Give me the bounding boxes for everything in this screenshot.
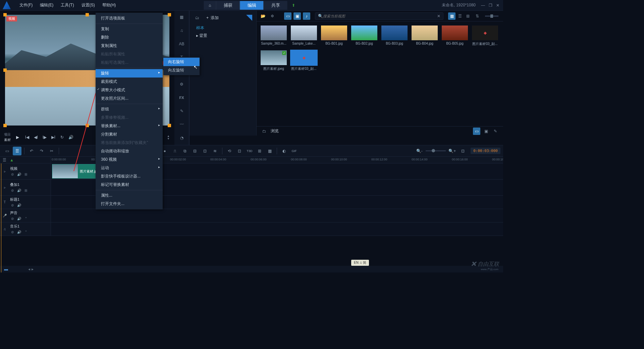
filter-video-icon[interactable]: ▭: [284, 12, 291, 20]
cm-resize-mode[interactable]: 调整大小模式: [96, 86, 163, 94]
thumb-item[interactable]: ◆图片素材03_副...: [291, 50, 317, 71]
go-end-button[interactable]: ▶I: [50, 134, 56, 140]
stopwatch-tool-icon[interactable]: ◔: [177, 134, 186, 142]
thumb-item[interactable]: Sample_360.m...: [261, 26, 287, 46]
tree-sample[interactable]: 样本: [194, 24, 252, 32]
menu-settings[interactable]: 设置(S): [78, 1, 98, 9]
pan-zoom-icon[interactable]: ▦: [265, 147, 274, 155]
resize-handle[interactable]: [3, 68, 7, 72]
track-mute-icon[interactable]: 🔊: [17, 203, 21, 207]
settings-icon[interactable]: ✲: [269, 12, 276, 20]
cm-template[interactable]: 影音快手模板设计器...: [96, 172, 163, 181]
marker-icon[interactable]: ▲: [10, 158, 14, 162]
thumb-item[interactable]: BG-B04.jpg: [412, 26, 438, 46]
search-input[interactable]: [323, 14, 437, 18]
multicam-icon[interactable]: ⊞: [255, 147, 264, 155]
t3d-icon[interactable]: T3D: [245, 147, 254, 155]
resize-handle[interactable]: [168, 124, 171, 127]
minimize-button[interactable]: —: [480, 3, 486, 8]
cm-delete[interactable]: 删除: [96, 33, 163, 42]
cm-replace[interactable]: 替换素材...: [96, 122, 163, 130]
filter-audio-icon[interactable]: ♪: [303, 12, 310, 20]
menu-tools[interactable]: 工具(T): [57, 1, 77, 9]
add-track-icon[interactable]: ☰: [3, 158, 6, 162]
fx-tool-icon[interactable]: FX: [177, 94, 186, 101]
cm-split[interactable]: 分割素材: [96, 130, 163, 139]
track-expand-icon[interactable]: ˅: [23, 216, 28, 221]
filter-tool-icon[interactable]: ⚙: [177, 81, 186, 88]
zoom-in-icon[interactable]: 🔍+: [448, 147, 457, 155]
menu-edit[interactable]: 编辑(E): [37, 1, 57, 9]
timecode-down[interactable]: ▼: [166, 137, 170, 140]
track-mute-icon[interactable]: 🔊: [17, 230, 21, 234]
playhead[interactable]: [1, 163, 1, 272]
track-content[interactable]: [51, 209, 503, 222]
music-tool-icon[interactable]: ♫: [177, 27, 186, 34]
thumb-item[interactable]: Sample_Lake...: [291, 26, 317, 46]
mixer-icon[interactable]: ⎍: [170, 147, 179, 155]
mask-icon[interactable]: ◐: [280, 147, 288, 155]
track-lock-icon[interactable]: ⊘: [10, 216, 15, 221]
chain-icon[interactable]: ⧉: [180, 147, 189, 155]
view-large-icon[interactable]: ▦: [448, 12, 455, 20]
play-button[interactable]: ▶: [13, 133, 21, 141]
project-mode-label[interactable]: 项目: [4, 132, 11, 137]
next-frame-button[interactable]: I▶: [42, 134, 48, 140]
cm-open-folder[interactable]: 打开文件夹...: [96, 200, 163, 208]
thumb-size-slider[interactable]: [485, 15, 498, 17]
track-lock-icon[interactable]: ⊘: [10, 172, 15, 177]
scroll-right-icon[interactable]: ▸: [32, 267, 34, 271]
resize-handle[interactable]: [3, 13, 7, 16]
browse-label[interactable]: 浏览: [271, 128, 279, 134]
thumb-item[interactable]: BG-B03.jpg: [381, 26, 408, 46]
track-mute-icon[interactable]: 🔊: [17, 172, 21, 177]
cm-properties[interactable]: 属性...: [96, 191, 163, 200]
media-tool-icon[interactable]: ▦: [177, 13, 186, 21]
cm-copy-attrs[interactable]: 复制属性: [96, 42, 163, 50]
thumb-item[interactable]: BG-B05.jpg: [442, 26, 468, 46]
volume-button[interactable]: 🔊: [68, 134, 74, 140]
menu-help[interactable]: 帮助(H): [99, 1, 119, 9]
undo-icon[interactable]: ↶: [27, 147, 36, 155]
thumb-item[interactable]: ◆图片素材03_副...: [472, 26, 498, 46]
transition-tool-icon[interactable]: AB: [177, 40, 186, 48]
thumb-item[interactable]: BG-B02.jpg: [351, 26, 377, 46]
tree-background[interactable]: ▸ 背景: [194, 32, 252, 40]
close-button[interactable]: ✕: [495, 3, 500, 8]
cm-rotate[interactable]: 旋转: [96, 69, 163, 78]
path-tool-icon[interactable]: 〰: [177, 121, 186, 128]
track-content[interactable]: [51, 222, 503, 236]
cm-photo-interval[interactable]: 更改照片区间...: [96, 94, 163, 103]
ripple-icon[interactable]: ≋: [211, 147, 219, 155]
upload-icon[interactable]: ⬆: [287, 1, 300, 10]
prev-frame-button[interactable]: ◀I: [33, 134, 39, 140]
storyboard-view-icon[interactable]: ▭: [3, 147, 11, 155]
track-expand-icon[interactable]: ˅: [23, 230, 28, 234]
go-start-button[interactable]: I◀: [24, 134, 30, 140]
cm-crop-mode[interactable]: 裁剪模式: [96, 78, 163, 86]
cm-copy[interactable]: 复制: [96, 25, 163, 33]
resize-handle[interactable]: [86, 13, 89, 16]
cm-motion[interactable]: 运动: [96, 164, 163, 172]
track-mute-icon[interactable]: 🔊: [17, 216, 21, 221]
view-grid-icon[interactable]: ⊞: [464, 12, 472, 20]
cm-mark-replaceable[interactable]: 标记可替换素材: [96, 181, 163, 189]
track-fx-icon[interactable]: ⊞: [23, 172, 28, 177]
view-list-icon[interactable]: ☰: [456, 12, 464, 20]
track-lock-icon[interactable]: ⊘: [10, 230, 15, 234]
thumb-item[interactable]: BG-B01.jpg: [321, 26, 347, 46]
loop-button[interactable]: ↻: [59, 134, 65, 140]
tab-edit[interactable]: 编辑: [240, 1, 264, 10]
cm-360[interactable]: 360 视频: [96, 155, 163, 164]
chapter-icon[interactable]: ⊟: [191, 147, 199, 155]
cm-open-options[interactable]: 打开选项面板: [96, 14, 163, 22]
timeline-view-icon[interactable]: ☰: [13, 147, 21, 155]
redo-icon[interactable]: ↷: [37, 147, 46, 155]
resize-handle[interactable]: [86, 124, 89, 127]
resize-handle[interactable]: [3, 124, 7, 127]
ime-indicator[interactable]: EN ♫ 简: [351, 260, 369, 266]
add-button[interactable]: + 添加: [204, 14, 221, 21]
track-fx-icon[interactable]: ⊞: [23, 188, 28, 193]
scroll-left-icon[interactable]: ◂: [28, 267, 30, 271]
menu-file[interactable]: 文件(F): [16, 1, 36, 9]
